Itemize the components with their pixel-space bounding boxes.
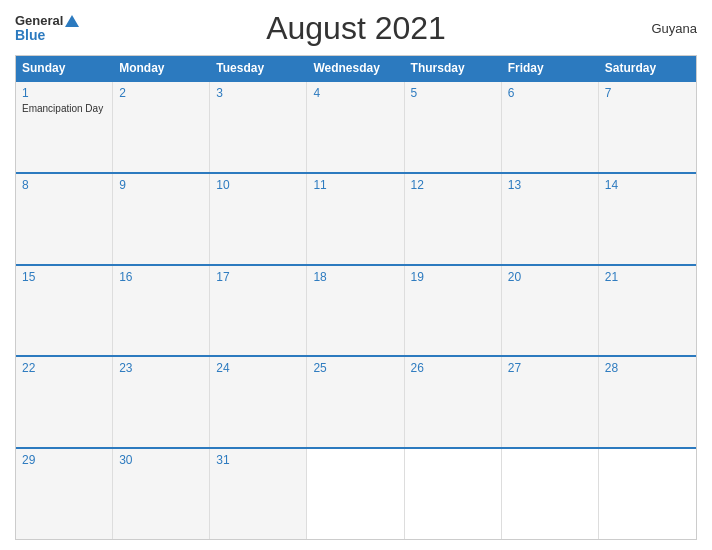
day-21: 21 <box>599 266 696 356</box>
day-number: 22 <box>22 361 106 375</box>
header-friday: Friday <box>502 56 599 80</box>
day-number: 2 <box>119 86 203 100</box>
day-number: 19 <box>411 270 495 284</box>
day-23: 23 <box>113 357 210 447</box>
day-empty-3 <box>502 449 599 539</box>
day-5: 5 <box>405 82 502 172</box>
day-number: 28 <box>605 361 690 375</box>
day-number: 11 <box>313 178 397 192</box>
day-number: 24 <box>216 361 300 375</box>
day-number: 26 <box>411 361 495 375</box>
day-number: 5 <box>411 86 495 100</box>
day-number: 1 <box>22 86 106 100</box>
day-number: 23 <box>119 361 203 375</box>
day-12: 12 <box>405 174 502 264</box>
day-2: 2 <box>113 82 210 172</box>
weeks: 1 Emancipation Day 2 3 4 5 6 7 8 9 10 11… <box>16 80 696 539</box>
day-number: 9 <box>119 178 203 192</box>
day-28: 28 <box>599 357 696 447</box>
day-number: 30 <box>119 453 203 467</box>
header-thursday: Thursday <box>405 56 502 80</box>
logo-triangle-icon <box>65 15 79 27</box>
day-number: 7 <box>605 86 690 100</box>
day-20: 20 <box>502 266 599 356</box>
day-10: 10 <box>210 174 307 264</box>
day-16: 16 <box>113 266 210 356</box>
week-row-3: 15 16 17 18 19 20 21 <box>16 264 696 356</box>
day-number: 14 <box>605 178 690 192</box>
day-22: 22 <box>16 357 113 447</box>
logo-blue-text: Blue <box>15 28 95 43</box>
day-13: 13 <box>502 174 599 264</box>
day-event: Emancipation Day <box>22 102 106 115</box>
day-number: 16 <box>119 270 203 284</box>
country-label: Guyana <box>617 21 697 36</box>
day-9: 9 <box>113 174 210 264</box>
calendar-container: General Blue August 2021 Guyana Sunday M… <box>0 0 712 550</box>
day-number: 20 <box>508 270 592 284</box>
week-row-2: 8 9 10 11 12 13 14 <box>16 172 696 264</box>
day-4: 4 <box>307 82 404 172</box>
day-number: 21 <box>605 270 690 284</box>
day-number: 18 <box>313 270 397 284</box>
day-number: 17 <box>216 270 300 284</box>
header-monday: Monday <box>113 56 210 80</box>
day-number: 3 <box>216 86 300 100</box>
day-17: 17 <box>210 266 307 356</box>
header-saturday: Saturday <box>599 56 696 80</box>
day-27: 27 <box>502 357 599 447</box>
day-number: 6 <box>508 86 592 100</box>
day-24: 24 <box>210 357 307 447</box>
day-number: 12 <box>411 178 495 192</box>
day-number: 31 <box>216 453 300 467</box>
day-14: 14 <box>599 174 696 264</box>
header-sunday: Sunday <box>16 56 113 80</box>
week-row-5: 29 30 31 <box>16 447 696 539</box>
logo: General Blue <box>15 14 95 44</box>
week-row-1: 1 Emancipation Day 2 3 4 5 6 7 <box>16 80 696 172</box>
logo-general-text: General <box>15 14 95 28</box>
day-6: 6 <box>502 82 599 172</box>
day-8: 8 <box>16 174 113 264</box>
day-15: 15 <box>16 266 113 356</box>
day-19: 19 <box>405 266 502 356</box>
day-headers: Sunday Monday Tuesday Wednesday Thursday… <box>16 56 696 80</box>
day-empty-4 <box>599 449 696 539</box>
day-number: 4 <box>313 86 397 100</box>
calendar-grid: Sunday Monday Tuesday Wednesday Thursday… <box>15 55 697 540</box>
day-number: 27 <box>508 361 592 375</box>
day-30: 30 <box>113 449 210 539</box>
header: General Blue August 2021 Guyana <box>15 10 697 47</box>
day-number: 15 <box>22 270 106 284</box>
day-number: 8 <box>22 178 106 192</box>
day-7: 7 <box>599 82 696 172</box>
day-25: 25 <box>307 357 404 447</box>
day-number: 29 <box>22 453 106 467</box>
day-empty-1 <box>307 449 404 539</box>
day-1: 1 Emancipation Day <box>16 82 113 172</box>
day-number: 10 <box>216 178 300 192</box>
header-wednesday: Wednesday <box>307 56 404 80</box>
day-3: 3 <box>210 82 307 172</box>
week-row-4: 22 23 24 25 26 27 28 <box>16 355 696 447</box>
day-31: 31 <box>210 449 307 539</box>
header-tuesday: Tuesday <box>210 56 307 80</box>
day-number: 25 <box>313 361 397 375</box>
day-11: 11 <box>307 174 404 264</box>
month-title: August 2021 <box>95 10 617 47</box>
day-empty-2 <box>405 449 502 539</box>
day-number: 13 <box>508 178 592 192</box>
day-26: 26 <box>405 357 502 447</box>
day-18: 18 <box>307 266 404 356</box>
day-29: 29 <box>16 449 113 539</box>
